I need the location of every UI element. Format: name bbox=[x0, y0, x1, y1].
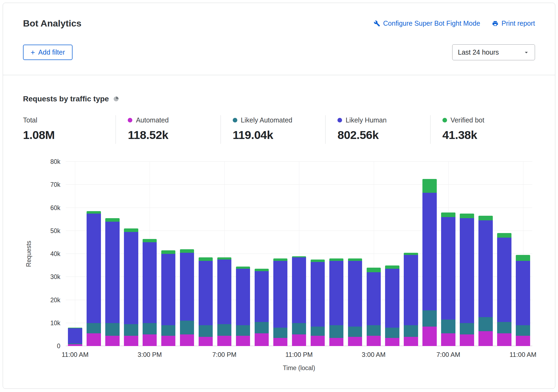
chart-bar[interactable] bbox=[140, 162, 159, 346]
chart-bar[interactable] bbox=[476, 162, 495, 346]
bar-segment-automated bbox=[161, 336, 175, 346]
bar-segment-automated bbox=[311, 336, 325, 346]
x-tick-label: 3:00 PM bbox=[138, 351, 162, 358]
stat-likely-human[interactable]: Likely Human 802.56k bbox=[325, 115, 430, 144]
bar-segment-verified-bot bbox=[161, 250, 175, 254]
chart-bar[interactable] bbox=[495, 162, 514, 346]
stacked-bar bbox=[367, 162, 381, 346]
add-filter-button[interactable]: + Add filter bbox=[23, 45, 73, 60]
chart-bar[interactable] bbox=[346, 162, 364, 346]
chart-bar[interactable] bbox=[458, 162, 476, 346]
bar-segment-automated bbox=[329, 338, 343, 346]
y-tick-label: 70k bbox=[50, 181, 60, 188]
bar-segment-automated bbox=[105, 336, 119, 346]
bar-segment-likely-human bbox=[404, 255, 418, 325]
stacked-bar bbox=[422, 162, 436, 346]
stat-automated[interactable]: Automated 118.52k bbox=[116, 115, 220, 144]
bar-segment-verified-bot bbox=[516, 255, 530, 261]
chart-bar[interactable] bbox=[122, 162, 140, 346]
chart-bar[interactable] bbox=[383, 162, 402, 346]
likely-automated-dot-icon bbox=[233, 118, 237, 122]
bar-segment-likely-human bbox=[329, 261, 343, 325]
bar-segment-likely-human bbox=[68, 328, 82, 343]
bar-segment-likely-automated bbox=[217, 324, 231, 336]
bar-segment-likely-automated bbox=[143, 323, 157, 335]
time-range-value: Last 24 hours bbox=[458, 48, 499, 56]
bar-segment-likely-automated bbox=[460, 323, 474, 335]
stacked-bar bbox=[441, 162, 455, 346]
bar-segment-automated bbox=[255, 333, 269, 346]
chart-bar[interactable] bbox=[402, 162, 420, 346]
chart-bar[interactable] bbox=[215, 162, 234, 346]
chart-bar[interactable] bbox=[178, 162, 196, 346]
chart-bar[interactable] bbox=[66, 162, 84, 346]
bar-segment-likely-automated bbox=[348, 327, 362, 337]
configure-super-bot-fight-mode-link[interactable]: Configure Super Bot Fight Mode bbox=[374, 19, 480, 27]
bar-segment-automated bbox=[367, 336, 381, 346]
chart-bar[interactable] bbox=[364, 162, 383, 346]
chart-bar[interactable] bbox=[420, 162, 439, 346]
chart-bar[interactable] bbox=[252, 162, 271, 346]
bar-segment-verified-bot bbox=[87, 211, 101, 214]
chart-bar[interactable] bbox=[159, 162, 178, 346]
bar-segment-automated bbox=[460, 334, 474, 346]
bar-segment-automated bbox=[236, 336, 250, 346]
bar-segment-automated bbox=[273, 338, 287, 346]
chart-bar[interactable] bbox=[234, 162, 252, 346]
time-range-select[interactable]: Last 24 hours bbox=[452, 44, 535, 60]
chart-bar[interactable] bbox=[271, 162, 290, 346]
likely-human-dot-icon bbox=[337, 118, 342, 122]
bar-segment-likely-human bbox=[497, 238, 511, 322]
bar-segment-verified-bot bbox=[124, 228, 138, 232]
bar-segment-verified-bot bbox=[460, 214, 474, 218]
chart-bar[interactable] bbox=[290, 162, 308, 346]
stacked-bar bbox=[255, 162, 269, 346]
stat-total-value: 1.08M bbox=[23, 128, 110, 142]
bars-layer bbox=[66, 162, 532, 346]
y-axis-title: Requests bbox=[25, 241, 32, 267]
stacked-bar bbox=[180, 162, 194, 346]
bar-segment-likely-human bbox=[161, 254, 175, 325]
x-tick-label: 11:00 PM bbox=[285, 351, 313, 358]
chart-bar[interactable] bbox=[196, 162, 215, 346]
chart-bar[interactable] bbox=[327, 162, 346, 346]
bar-segment-likely-human bbox=[199, 261, 213, 325]
bar-segment-automated bbox=[180, 334, 194, 346]
bar-segment-likely-human bbox=[385, 269, 399, 327]
bar-segment-verified-bot bbox=[180, 249, 194, 253]
bar-segment-automated bbox=[404, 337, 418, 346]
bar-segment-automated bbox=[497, 333, 511, 346]
wrench-icon bbox=[374, 20, 380, 27]
stat-verified-bot[interactable]: Verified bot 41.38k bbox=[430, 115, 535, 144]
printer-icon bbox=[492, 20, 498, 27]
stat-likely-automated[interactable]: Likely Automated 119.04k bbox=[221, 115, 325, 144]
chart-bar[interactable] bbox=[308, 162, 327, 346]
x-axis-title: Time (local) bbox=[66, 364, 532, 372]
bot-analytics-card: Bot Analytics Configure Super Bot Fight … bbox=[3, 3, 555, 389]
bar-segment-likely-human bbox=[180, 253, 194, 321]
bar-segment-likely-human bbox=[460, 218, 474, 323]
chart-bar[interactable] bbox=[84, 162, 103, 346]
bar-segment-automated bbox=[478, 331, 493, 346]
bar-segment-verified-bot bbox=[422, 179, 436, 193]
print-report-link[interactable]: Print report bbox=[492, 19, 535, 27]
stat-automated-label: Automated bbox=[136, 116, 169, 124]
bar-segment-likely-human bbox=[292, 257, 306, 323]
bar-segment-likely-human bbox=[311, 262, 325, 327]
x-tick-label: 3:00 AM bbox=[362, 351, 386, 358]
bar-segment-likely-automated bbox=[105, 323, 119, 336]
chart-bar[interactable] bbox=[103, 162, 122, 346]
stacked-bar bbox=[143, 162, 157, 346]
stacked-bar bbox=[497, 162, 511, 346]
bar-segment-likely-automated bbox=[311, 327, 325, 336]
bar-segment-likely-human bbox=[348, 261, 362, 327]
chart-bar[interactable] bbox=[514, 162, 532, 346]
requests-chart: Requests 010k20k30k40k50k60k70k80k 11:00… bbox=[23, 162, 535, 372]
y-tick-label: 50k bbox=[50, 227, 60, 234]
bar-segment-likely-automated bbox=[385, 328, 399, 338]
bar-segment-likely-automated bbox=[199, 325, 213, 337]
y-tick-label: 30k bbox=[50, 273, 60, 281]
chart-bar[interactable] bbox=[439, 162, 458, 346]
bar-segment-verified-bot bbox=[273, 258, 287, 261]
stacked-bar bbox=[68, 162, 82, 346]
